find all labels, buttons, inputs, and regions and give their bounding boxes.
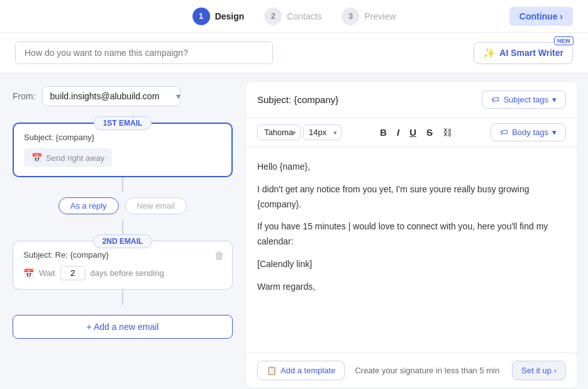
ai-smart-writer-button[interactable]: NEW ✨ AI Smart Writer bbox=[474, 42, 573, 64]
connector-line-1 bbox=[122, 177, 123, 192]
step-3-label: Preview bbox=[365, 11, 396, 21]
tag-icon-subject: 🏷 bbox=[491, 95, 499, 104]
new-badge: NEW bbox=[554, 36, 574, 45]
as-reply-button[interactable]: As a reply bbox=[58, 197, 119, 214]
subject-row: Subject: {company} 🏷 Subject tags ▾ bbox=[246, 82, 577, 118]
step-1-label: Design bbox=[215, 11, 245, 21]
set-it-up-button[interactable]: Set it up › bbox=[512, 361, 566, 380]
send-right-away-button[interactable]: 📅 Send right away bbox=[24, 148, 112, 167]
bottom-bar: 📋 Add a template Create your signature i… bbox=[246, 353, 577, 388]
subject-tags-label: Subject tags bbox=[503, 95, 548, 104]
campaign-name-input[interactable] bbox=[15, 41, 273, 64]
main-content: From: build.insights@alubuild.com 1ST EM… bbox=[0, 74, 588, 389]
subject-text: Subject: {company} bbox=[257, 94, 338, 105]
body-tags-button[interactable]: 🏷 Body tags ▾ bbox=[491, 123, 566, 141]
size-select-wrap: 14px bbox=[303, 124, 341, 140]
signature-text: Create your signature in less than 5 min bbox=[355, 366, 502, 375]
wait-label: Wait bbox=[39, 268, 55, 278]
new-email-button[interactable]: New email bbox=[125, 197, 187, 214]
format-buttons: B I U S ⛓ bbox=[376, 125, 456, 140]
chevron-down-icon-subject: ▾ bbox=[552, 95, 557, 104]
underline-button[interactable]: U bbox=[406, 126, 420, 139]
email-1-subject: Subject: {company} bbox=[24, 133, 221, 142]
email-sequence: 1ST EMAIL Subject: {company} 📅 Send righ… bbox=[13, 116, 233, 339]
body-line-1: Hello {name}, bbox=[257, 160, 566, 175]
add-template-button[interactable]: 📋 Add a template bbox=[257, 361, 345, 380]
subject-tags-button[interactable]: 🏷 Subject tags ▾ bbox=[482, 90, 566, 109]
delete-icon[interactable]: 🗑 bbox=[214, 250, 225, 261]
template-icon: 📋 bbox=[267, 366, 277, 375]
ai-icon: ✨ bbox=[483, 47, 496, 59]
from-label: From: bbox=[13, 91, 36, 101]
body-line-4: [Calendly link] bbox=[257, 257, 566, 272]
email-1-card[interactable]: Subject: {company} 📅 Send right away bbox=[13, 123, 233, 177]
email-2-label: 2ND EMAIL bbox=[93, 234, 153, 248]
steps: 1 Design 2 Contacts 3 Preview bbox=[192, 8, 396, 25]
ai-writer-label: AI Smart Writer bbox=[499, 48, 563, 58]
tag-icon-body: 🏷 bbox=[500, 128, 508, 137]
step-3-circle: 3 bbox=[342, 8, 360, 25]
bold-button[interactable]: B bbox=[376, 126, 391, 139]
toolbar-row: Tahoma 14px B I U S ⛓ 🏷 Body tags ▾ bbox=[246, 118, 577, 147]
size-select[interactable]: 14px bbox=[303, 124, 341, 140]
font-select[interactable]: Tahoma bbox=[257, 124, 301, 140]
link-button[interactable]: ⛓ bbox=[439, 125, 456, 140]
campaign-bar: NEW ✨ AI Smart Writer bbox=[0, 33, 588, 74]
wait-days-input[interactable] bbox=[60, 266, 86, 280]
from-select[interactable]: build.insights@alubuild.com bbox=[42, 86, 180, 106]
right-panel: Subject: {company} 🏷 Subject tags ▾ Taho… bbox=[245, 81, 578, 388]
body-line-2: I didn't get any notice from you yet, I'… bbox=[257, 182, 566, 212]
body-tags-label: Body tags bbox=[512, 128, 548, 137]
email-1-label: 1ST EMAIL bbox=[94, 116, 152, 130]
connector-line-3 bbox=[122, 290, 123, 305]
font-select-wrap: Tahoma bbox=[257, 124, 301, 140]
add-template-label: Add a template bbox=[280, 366, 335, 375]
step-design[interactable]: 1 Design bbox=[192, 8, 245, 25]
wait-days-label: days before sending bbox=[91, 268, 164, 278]
wait-row: 📅 Wait days before sending bbox=[23, 266, 222, 280]
email-body[interactable]: Hello {name}, I didn't get any notice fr… bbox=[246, 147, 577, 353]
from-select-wrap: build.insights@alubuild.com bbox=[42, 86, 187, 106]
strikethrough-button[interactable]: S bbox=[423, 126, 436, 139]
chevron-down-icon-body: ▾ bbox=[552, 128, 557, 137]
left-panel: From: build.insights@alubuild.com 1ST EM… bbox=[0, 74, 245, 389]
add-email-button[interactable]: + Add a new email bbox=[13, 315, 233, 339]
email-2-subject: Subject: Re: {company} bbox=[23, 250, 222, 260]
step-contacts[interactable]: 2 Contacts bbox=[264, 8, 321, 25]
calendar-icon: 📅 bbox=[31, 153, 42, 163]
from-row: From: build.insights@alubuild.com bbox=[13, 86, 233, 106]
calendar-icon-2: 📅 bbox=[23, 268, 34, 278]
connector-line-2 bbox=[122, 219, 123, 234]
step-1-circle: 1 bbox=[192, 8, 210, 25]
italic-button[interactable]: I bbox=[393, 126, 403, 139]
step-2-label: Contacts bbox=[287, 11, 321, 21]
continue-button[interactable]: Continue › bbox=[509, 7, 573, 26]
reply-row: As a reply New email bbox=[58, 197, 187, 214]
body-line-3: If you have 15 minutes | would love to c… bbox=[257, 219, 566, 249]
send-right-away-label: Send right away bbox=[46, 153, 104, 163]
top-nav: 1 Design 2 Contacts 3 Preview Continue › bbox=[0, 0, 588, 33]
font-controls: Tahoma 14px bbox=[257, 124, 341, 140]
step-preview[interactable]: 3 Preview bbox=[342, 8, 396, 25]
body-line-5: Warm regards, bbox=[257, 280, 566, 295]
step-2-circle: 2 bbox=[264, 8, 282, 25]
